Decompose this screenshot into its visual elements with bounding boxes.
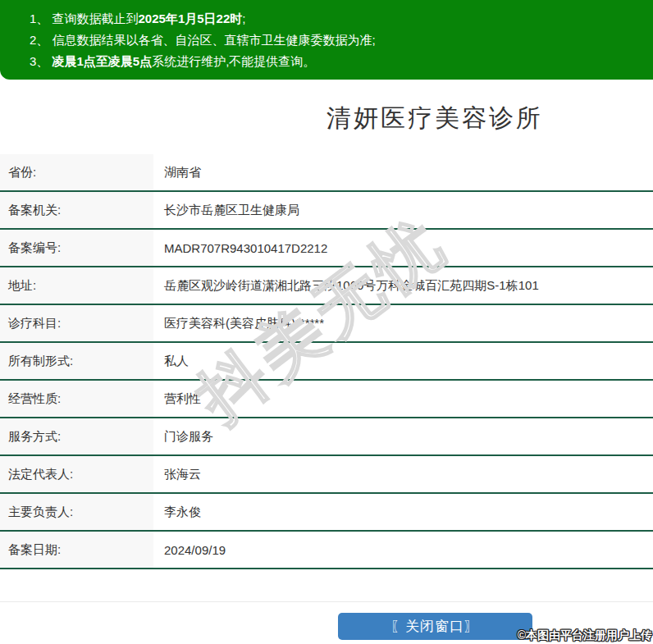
table-row: 诊疗科目:医疗美容科(美容皮肤科)****** — [0, 305, 653, 343]
table-row: 服务方式:门诊服务 — [0, 418, 653, 456]
field-label: 所有制形式: — [0, 343, 153, 379]
field-label: 备案编号: — [0, 230, 153, 266]
notice-banner: 1、 查询数据截止到2025年1月5日22时; 2、 信息数据结果以各省、自治区… — [0, 0, 653, 80]
notice-line-1: 1、 查询数据截止到2025年1月5日22时; — [30, 8, 653, 30]
field-value: 张海云 — [153, 456, 201, 492]
table-row: 备案机关:长沙市岳麓区卫生健康局 — [0, 192, 653, 230]
field-label: 服务方式: — [0, 418, 153, 454]
notice-text: 系统进行维护,不能提供查询。 — [152, 54, 315, 68]
notice-line-3: 3、 凌晨1点至凌晨5点系统进行维护,不能提供查询。 — [30, 51, 653, 72]
table-row: 备案日期:2024/09/19 — [0, 532, 653, 569]
notice-bold-text: 2025年1月5日22时 — [139, 11, 243, 25]
notice-text: 1、 查询数据截止到 — [30, 11, 139, 25]
field-label: 地址: — [0, 267, 153, 304]
info-table: 省份:湖南省备案机关:长沙市岳麓区卫生健康局备案编号:MADR707R94301… — [0, 154, 653, 569]
field-value: 2024/09/19 — [153, 532, 226, 568]
table-row: 经营性质:营利性 — [0, 381, 653, 418]
notice-bold-text: 凌晨1点至凌晨5点 — [53, 54, 153, 68]
field-value: 私人 — [153, 343, 189, 379]
upload-stamp: ©本图由平台注册用户上传 — [518, 628, 652, 643]
field-value: 李永俊 — [153, 494, 201, 530]
notice-text: 3、 — [30, 54, 53, 68]
table-row: 省份:湖南省 — [0, 154, 653, 192]
field-label: 备案机关: — [0, 192, 153, 228]
field-value: 长沙市岳麓区卫生健康局 — [153, 192, 299, 228]
field-label: 省份: — [0, 154, 153, 190]
field-value: 医疗美容科(美容皮肤科)****** — [153, 305, 324, 341]
field-label: 主要负责人: — [0, 494, 153, 530]
content-area: 清妍医疗美容诊所 省份:湖南省备案机关:长沙市岳麓区卫生健康局备案编号:MADR… — [0, 80, 653, 569]
close-window-button[interactable]: 〖关闭窗口〗 — [338, 613, 532, 640]
field-value: MADR707R943010417D2212 — [153, 230, 327, 266]
field-label: 法定代表人: — [0, 456, 153, 492]
field-value: 岳麓区观沙岭街道潇湘北路三段1060号万科金城百汇苑四期S-1栋101 — [153, 267, 539, 304]
field-value: 营利性 — [153, 381, 201, 417]
table-row: 所有制形式:私人 — [0, 343, 653, 381]
field-label: 备案日期: — [0, 532, 153, 568]
table-row: 备案编号:MADR707R943010417D2212 — [0, 230, 653, 267]
notice-text: ; — [242, 11, 245, 25]
field-label: 诊疗科目: — [0, 305, 153, 341]
notice-line-2: 2、 信息数据结果以各省、自治区、直辖市卫生健康委数据为准; — [30, 30, 653, 51]
page-title: 清妍医疗美容诊所 — [0, 102, 653, 135]
notice-text: 2、 信息数据结果以各省、自治区、直辖市卫生健康委数据为准; — [30, 33, 376, 47]
table-row: 主要负责人:李永俊 — [0, 494, 653, 532]
table-row: 法定代表人:张海云 — [0, 456, 653, 494]
table-row: 地址:岳麓区观沙岭街道潇湘北路三段1060号万科金城百汇苑四期S-1栋101 — [0, 267, 653, 305]
field-value: 湖南省 — [153, 154, 201, 190]
field-label: 经营性质: — [0, 381, 153, 417]
field-value: 门诊服务 — [153, 418, 213, 454]
